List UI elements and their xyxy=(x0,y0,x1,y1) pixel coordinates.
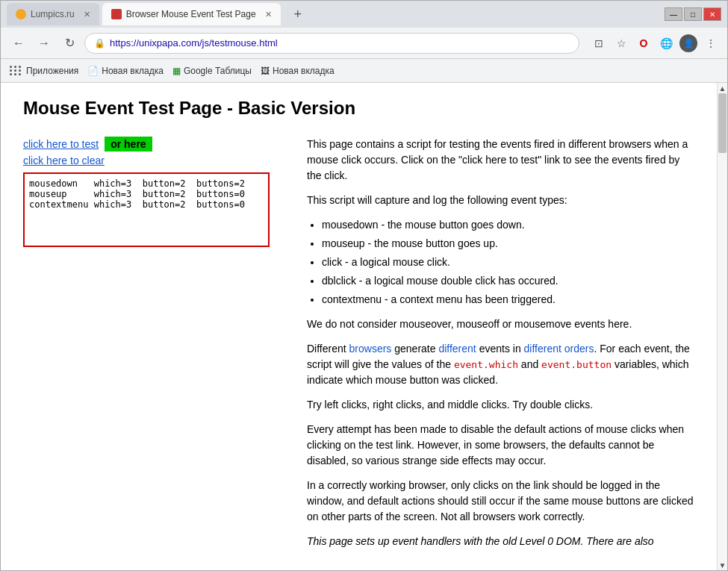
event-which: event.which xyxy=(454,359,518,370)
forward-button[interactable]: → xyxy=(34,33,55,54)
log-box: mousedown which=3 button=2 buttons=2 mou… xyxy=(23,172,270,247)
tab1-favicon xyxy=(16,9,26,19)
diff-blue-2: different xyxy=(438,343,476,355)
bookmark-image-icon: 🖼 xyxy=(261,66,270,76)
bookmark-star-icon[interactable]: ☆ xyxy=(612,34,630,52)
click-here-link[interactable]: click here to test xyxy=(23,138,99,150)
diff-blue-3: different orders xyxy=(524,343,594,355)
lock-icon: 🔒 xyxy=(94,38,105,49)
title-bar: Lumpics.ru ✕ Browser Mouse Event Test Pa… xyxy=(1,1,727,28)
scroll-track[interactable] xyxy=(718,93,727,560)
scroll-down-button[interactable]: ▼ xyxy=(718,560,727,570)
event-type-4: dblclick - a logical mouse double click … xyxy=(322,273,694,289)
bookmark-newtab1[interactable]: 📄 Новая вкладка xyxy=(87,66,164,76)
bookmark-newtab2[interactable]: 🖼 Новая вкладка xyxy=(261,66,335,76)
log-line-3: contextmenu which=3 button=2 buttons=0 xyxy=(29,199,264,210)
globe-icon[interactable]: 🌐 xyxy=(657,34,675,52)
desc-p1: This page contains a script for testing … xyxy=(307,137,694,184)
click-row: click here to test or here xyxy=(23,137,292,152)
left-panel: click here to test or here click here to… xyxy=(23,137,292,558)
back-button[interactable]: ← xyxy=(8,33,29,54)
profile-icon[interactable]: 👤 xyxy=(679,34,697,52)
scroll-thumb[interactable] xyxy=(718,93,727,153)
browser-window: Lumpics.ru ✕ Browser Mouse Event Test Pa… xyxy=(0,0,728,571)
tab-testpage[interactable]: Browser Mouse Event Test Page ✕ xyxy=(102,3,281,25)
close-button[interactable]: ✕ xyxy=(703,7,721,21)
event-type-3: click - a logical mouse click. xyxy=(322,255,694,270)
main-layout: click here to test or here click here to… xyxy=(23,137,694,558)
desc-p2: This script will capture and log the fol… xyxy=(307,193,694,208)
page-title: Mouse Event Test Page - Basic Version xyxy=(23,98,694,119)
desc-p8: This page sets up event handlers with th… xyxy=(307,534,694,549)
tab2-favicon xyxy=(111,9,122,19)
log-line-2: mouseup which=3 button=2 buttons=0 xyxy=(29,189,264,199)
event-button: event.button xyxy=(541,359,612,370)
bookmark-apps[interactable]: Приложения xyxy=(8,64,78,77)
right-panel: This page contains a script for testing … xyxy=(307,137,694,558)
bookmark-newtab1-label: Новая вкладка xyxy=(102,66,164,76)
minimize-button[interactable]: — xyxy=(665,7,682,21)
nav-bar: ← → ↻ 🔒 https://unixpapa.com/js/testmous… xyxy=(1,28,727,59)
maximize-button[interactable]: □ xyxy=(684,7,702,21)
window-controls: — □ ✕ xyxy=(665,7,721,21)
log-line-1: mousedown which=3 button=2 buttons=2 xyxy=(29,178,264,189)
diff-blue-1: browsers xyxy=(349,343,392,355)
scrollbar[interactable]: ▲ ▼ xyxy=(717,83,727,570)
or-here-box[interactable]: or here xyxy=(105,137,152,152)
address-bar[interactable]: 🔒 https://unixpapa.com/js/testmouse.html xyxy=(84,33,579,54)
bookmark-sheets-label: Google Таблицы xyxy=(184,66,252,76)
bookmark-newtab2-label: Новая вкладка xyxy=(273,66,335,76)
bookmark-apps-label: Приложения xyxy=(26,66,78,76)
screen-share-icon[interactable]: ⊡ xyxy=(590,34,608,52)
desc-p6: Every attempt has been made to disable t… xyxy=(307,422,694,469)
menu-icon[interactable]: ⋮ xyxy=(702,34,720,52)
event-type-1: mousedown - the mouse button goes down. xyxy=(322,217,694,233)
nav-icons: ⊡ ☆ O 🌐 👤 ⋮ xyxy=(590,34,720,52)
event-type-5: contextmenu - a context menu has been tr… xyxy=(322,292,694,308)
tab1-close[interactable]: ✕ xyxy=(84,10,90,19)
tab2-close[interactable]: ✕ xyxy=(265,10,272,19)
event-types-list: mousedown - the mouse button goes down. … xyxy=(322,217,694,308)
page-content: Mouse Event Test Page - Basic Version cl… xyxy=(1,83,727,570)
desc-p3: We do not consider mouseover, mouseoff o… xyxy=(307,316,694,332)
scroll-up-button[interactable]: ▲ xyxy=(718,83,727,93)
clear-link[interactable]: click here to clear xyxy=(23,155,292,166)
desc-p7: In a correctly working browser, only cli… xyxy=(307,478,694,525)
tab-lumpics[interactable]: Lumpics.ru ✕ xyxy=(7,3,99,25)
tab2-label: Browser Mouse Event Test Page xyxy=(126,9,256,19)
tab1-label: Lumpics.ru xyxy=(31,9,75,19)
bookmarks-bar: Приложения 📄 Новая вкладка ▦ Google Табл… xyxy=(1,59,727,83)
event-type-2: mouseup - the mouse button goes up. xyxy=(322,236,694,252)
refresh-button[interactable]: ↻ xyxy=(59,33,80,54)
address-text: https://unixpapa.com/js/testmouse.html xyxy=(110,37,570,49)
bookmark-sheets[interactable]: ▦ Google Таблицы xyxy=(172,66,252,76)
opera-icon[interactable]: O xyxy=(635,34,653,52)
add-tab-button[interactable]: + xyxy=(290,5,307,24)
desc-p5: Try left clicks, right clicks, and middl… xyxy=(307,397,694,413)
desc-p4: Different browsers generate different ev… xyxy=(307,341,694,388)
bookmark-sheet-icon: ▦ xyxy=(172,66,181,76)
bookmark-doc-icon: 📄 xyxy=(87,66,99,76)
scroll-area[interactable]: Mouse Event Test Page - Basic Version cl… xyxy=(1,83,717,570)
